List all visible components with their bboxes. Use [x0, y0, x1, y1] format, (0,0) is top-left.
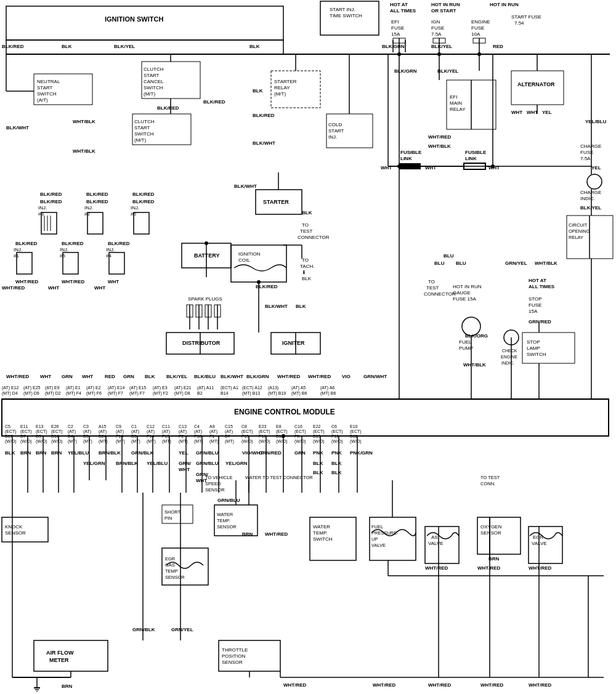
svg-text:BLK: BLK [253, 88, 263, 94]
svg-text:B12: B12 [350, 434, 358, 438]
svg-text:BLK/RED: BLK/RED [86, 199, 108, 204]
svg-text:PNK: PNK [313, 450, 323, 456]
gauge-fuse: HOT IN RUN [453, 284, 482, 289]
svg-text:(MT) F6: (MT) F6 [86, 391, 102, 396]
knock-sensor: KNOCK [5, 524, 23, 530]
start-fuse-label: START FUSE [511, 14, 541, 20]
svg-text:E22: E22 [313, 424, 321, 429]
svg-text:(MT): (MT) [209, 439, 219, 444]
svg-text:(MT): (MT) [83, 439, 92, 444]
svg-text:GRN/YEL: GRN/YEL [171, 627, 193, 632]
engine-fuse-label: ENGINE [471, 19, 490, 25]
svg-text:POSITION: POSITION [222, 653, 245, 659]
fusible-link-2: FUSIBLE [465, 150, 487, 155]
svg-text:BLK: BLK [302, 210, 312, 216]
svg-text:BLK/RED: BLK/RED [132, 199, 155, 204]
starter: STARTER [263, 199, 289, 205]
svg-text:BLK/YEL: BLK/YEL [580, 205, 601, 211]
svg-text:SENSOR: SENSOR [480, 530, 501, 536]
svg-text:WHT: WHT [40, 374, 51, 379]
svg-text:GRN/: GRN/ [196, 472, 209, 477]
svg-text:B2: B2 [197, 391, 203, 395]
svg-text:WHT/RED: WHT/RED [2, 285, 25, 291]
svg-text:PNK/GRN: PNK/GRN [350, 450, 373, 456]
svg-text:BLK/WHT: BLK/WHT [234, 184, 257, 189]
svg-text:(AT): (AT) [131, 429, 139, 434]
svg-text:METER: METER [49, 657, 69, 663]
clutch-start-switch: CLUTCH [134, 119, 155, 124]
svg-text:BLK: BLK [313, 470, 323, 475]
svg-text:15A: 15A [391, 31, 400, 37]
svg-text:C6: C6 [331, 424, 337, 429]
svg-text:BLK/RED: BLK/RED [15, 241, 38, 246]
svg-text:BLK/WHT: BLK/WHT [6, 125, 29, 131]
start-inj-label2: TIME SWITCH [330, 13, 362, 18]
svg-text:OPENING: OPENING [569, 228, 590, 234]
svg-text:(A/T): (A/T) [37, 97, 48, 103]
svg-text:PNK: PNK [331, 450, 342, 456]
svg-text:INJ.: INJ. [60, 247, 68, 252]
svg-text:(W/O): (W/O) [259, 439, 270, 444]
charge-fuse: CHARGE [580, 143, 601, 149]
svg-text:15A: 15A [529, 309, 538, 314]
svg-text:WHT/BLK: WHT/BLK [428, 143, 451, 149]
svg-text:(W/O): (W/O) [5, 439, 17, 444]
svg-point-464 [205, 241, 208, 245]
svg-text:(W/O): (W/O) [350, 439, 362, 444]
svg-text:7.54: 7.54 [514, 20, 524, 26]
svg-text:BLK/YEL: BLK/YEL [431, 44, 452, 49]
svg-text:RELAY: RELAY [569, 235, 583, 240]
svg-text:GRN/BLU: GRN/BLU [196, 461, 219, 466]
oxygen-sensor: OXYGEN [480, 524, 501, 530]
svg-text:INJ.: INJ. [328, 134, 337, 140]
svg-text:BRN: BRN [242, 531, 253, 537]
svg-text:(ECT): (ECT) [331, 429, 343, 434]
svg-text:BLK/RED: BLK/RED [40, 192, 62, 197]
svg-text:FUSE: FUSE [471, 25, 484, 31]
svg-text:BLK/BLU: BLK/BLU [194, 374, 216, 379]
svg-text:(MT): (MT) [147, 439, 156, 444]
svg-text:(MT): (MT) [68, 439, 77, 444]
svg-text:TACH.: TACH. [300, 264, 314, 269]
svg-text:INJ.: INJ. [38, 205, 47, 211]
svg-text:(AT): (AT) [194, 429, 202, 434]
svg-text:INJ.: INJ. [106, 247, 115, 252]
distributor: DISTRIBUTOR [182, 340, 221, 346]
svg-text:TEMP.: TEMP. [313, 530, 327, 536]
hot-at-times-label: HOT AT [390, 2, 408, 7]
charge-indic: CHARGE [580, 190, 601, 195]
svg-text:CONN.: CONN. [480, 481, 495, 486]
start-inj-label: START INJ. [330, 7, 355, 12]
svg-text:10A: 10A [471, 31, 480, 37]
svg-text:(AT): (AT) [99, 429, 107, 434]
svg-text:D7: D7 [20, 434, 26, 438]
svg-text:YEL/GRN: YEL/GRN [83, 461, 105, 466]
svg-text:B17: B17 [5, 434, 13, 438]
short-pin: SHORT [164, 509, 181, 515]
svg-text:WHT/BLK: WHT/BLK [463, 362, 486, 368]
svg-text:(AT) A11: (AT) A11 [197, 385, 214, 390]
svg-text:YEL: YEL [179, 450, 188, 456]
svg-text:FUSE: FUSE [431, 25, 444, 31]
svg-text:START: START [144, 73, 160, 78]
svg-text:BLK: BLK [313, 461, 323, 466]
svg-text:#3: #3 [38, 211, 44, 217]
svg-text:WHT/RED: WHT/RED [428, 682, 452, 688]
svg-text:ALL TIMES: ALL TIMES [529, 284, 555, 289]
svg-text:BLU: BLU [434, 260, 445, 266]
svg-text:RED: RED [493, 44, 503, 49]
svg-text:SWITCH: SWITCH [134, 131, 154, 137]
water-temp-switch: WATER [313, 524, 330, 530]
svg-text:#5: #5 [60, 253, 65, 259]
svg-text:(W/O): (W/O) [36, 439, 47, 444]
svg-text:(AT): (AT) [147, 429, 155, 434]
svg-text:(AT): (AT) [162, 429, 170, 434]
svg-text:BLK: BLK [62, 44, 72, 49]
svg-text:(M/T): (M/T) [274, 91, 286, 97]
svg-text:BLK/RED: BLK/RED [62, 241, 84, 246]
svg-text:SWITCH: SWITCH [527, 352, 546, 357]
svg-text:GRN/BLK: GRN/BLK [132, 627, 155, 632]
svg-text:F13: F13 [162, 434, 169, 438]
svg-text:F8: F8 [294, 434, 299, 438]
svg-text:(AT) E1: (AT) E1 [66, 385, 81, 390]
